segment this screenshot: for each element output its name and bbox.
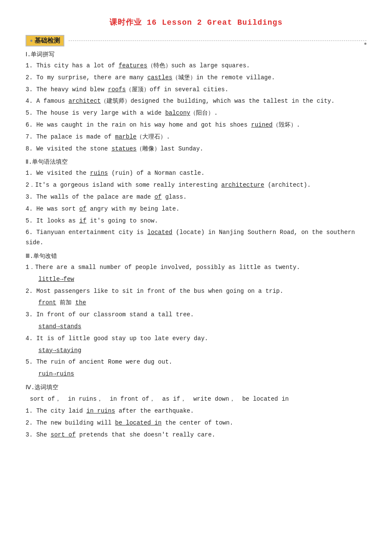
answer-word: of (79, 205, 86, 212)
answer-word: castles (147, 74, 173, 81)
answer-word: features (118, 62, 147, 69)
correction-text: little→few (38, 276, 74, 283)
correction-item: stay→staying (38, 346, 366, 356)
list-item: 6. Tianyuan entertainment city is locate… (26, 228, 366, 248)
list-item: 2. Most passengers like to sit in front … (26, 286, 366, 297)
list-item: 3. In front of our classroom stand a tal… (26, 310, 366, 320)
answer-word: marble (115, 133, 136, 140)
answer-word: be located in (115, 419, 161, 426)
answer-word: if (79, 217, 86, 224)
section-header: 基础检测 (26, 35, 366, 46)
dashed-dot (364, 43, 366, 45)
section-1: Ⅰ.单词拼写 1. This city has a lot of feature… (26, 51, 366, 154)
answer-word: of (154, 194, 161, 200)
correction-text: stay→staying (38, 347, 81, 354)
list-item: 4. He was sort of angry with my being la… (26, 204, 366, 214)
list-item: 7. The palace is made of marble（大理石）. (26, 132, 366, 142)
section3-title: Ⅲ.单句改错 (26, 252, 366, 260)
list-item: 1. We visited the ruins (ruin) of a Norm… (26, 168, 366, 179)
correction-text: ruin→ruins (38, 370, 74, 377)
answer-word: architecture (221, 182, 264, 188)
list-item: 3. The heavy wind blew roofs（屋顶）off in s… (26, 85, 366, 95)
answer-word: ruins (90, 170, 108, 176)
section2-title: Ⅱ.单句语法填空 (26, 158, 366, 166)
section-badge-label: 基础检测 (26, 35, 64, 46)
list-item: 1．There are a small number of people inv… (26, 263, 366, 273)
answer-word: located (147, 229, 173, 236)
section-2: Ⅱ.单句语法填空 1. We visited the ruins (ruin) … (26, 158, 366, 248)
section4-title: Ⅳ.选词填空 (26, 384, 366, 391)
correction-item: stand→stands (38, 322, 366, 332)
list-item: 1. This city has a lot of features（特色）su… (26, 61, 366, 71)
list-item: 4. A famous architect（建筑师）designed the b… (26, 96, 366, 107)
vocab-options: sort of， in ruins， in front of， as if， w… (30, 394, 366, 405)
page-title: 课时作业 16 Lesson 2 Great Buildings (26, 17, 366, 27)
answer-word: architect (69, 98, 101, 104)
answer-word: ruined (251, 121, 272, 128)
list-item: 5. The ruin of ancient Rome were dug out… (26, 357, 366, 367)
correction-item: little→few (38, 275, 366, 285)
list-item: 6. He was caught in the rain on his way … (26, 120, 366, 130)
correction-item: ruin→ruins (38, 369, 366, 379)
list-item: 5. It looks as if it's going to snow. (26, 216, 366, 226)
list-item: 3. The walls of the palace are made of g… (26, 192, 366, 202)
dashed-line (69, 40, 366, 41)
list-item: 5. The house is very large with a wide b… (26, 108, 366, 119)
correction-item: front 前加 the (38, 298, 366, 308)
list-item: 4. It is of little good stay up too late… (26, 334, 366, 344)
answer-word: statues (112, 145, 137, 152)
section1-title: Ⅰ.单词拼写 (26, 51, 366, 58)
correction-text: front (38, 299, 56, 306)
answer-word: roofs (108, 86, 126, 93)
list-item: 1. The city laid in ruins after the eart… (26, 406, 366, 416)
section-4: Ⅳ.选词填空 sort of， in ruins， in front of， a… (26, 384, 366, 440)
correction-text: the (75, 299, 86, 306)
list-item: 8. We visited the stone statues（雕像）last … (26, 144, 366, 154)
list-item: 2．It's a gorgeous island with some reall… (26, 180, 366, 191)
list-item: 3. She sort of pretends that she doesn't… (26, 430, 366, 440)
list-item: 2. To my surprise, there are many castle… (26, 73, 366, 83)
correction-text: stand→stands (38, 323, 81, 330)
list-item: 2. The new building will be located in t… (26, 418, 366, 428)
answer-word: balcony (165, 110, 190, 116)
answer-word: sort of (51, 431, 76, 438)
answer-word: in ruins (86, 408, 115, 414)
section-3: Ⅲ.单句改错 1．There are a small number of peo… (26, 252, 366, 379)
